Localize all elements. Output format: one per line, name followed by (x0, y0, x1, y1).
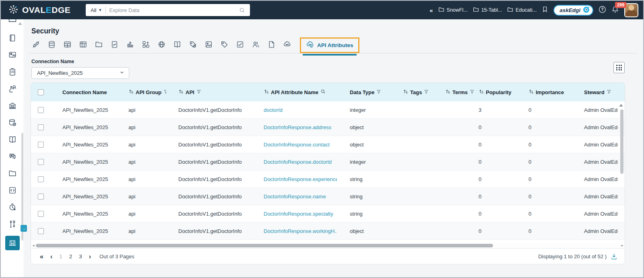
attribute-link[interactable]: DoctorInfoResponse.workingH... (252, 228, 337, 234)
sidebar-item-security[interactable] (5, 236, 20, 250)
row-checkbox[interactable] (38, 228, 44, 234)
tab-users[interactable] (251, 41, 260, 49)
row-checkbox[interactable] (38, 107, 44, 113)
sidebar-item-query-sheet[interactable] (7, 187, 18, 196)
column-header-popularity[interactable]: Popularity (474, 89, 524, 95)
search-icon[interactable] (239, 7, 250, 13)
tab-report-file[interactable] (110, 41, 119, 49)
scroll-right-icon[interactable]: ► (621, 244, 624, 247)
search-icon[interactable] (320, 89, 326, 95)
sidebar-item-clipboard[interactable] (7, 68, 18, 77)
connection-name-select[interactable]: API_Newfiles_2025 (31, 67, 129, 79)
filter-icon[interactable] (424, 89, 429, 95)
row-checkbox[interactable] (38, 159, 44, 165)
horizontal-scroll-thumb[interactable] (36, 244, 493, 247)
tab-database[interactable] (47, 41, 56, 49)
collapse-breadcrumbs-icon[interactable]: « (429, 7, 433, 14)
column-header-steward[interactable]: Steward (579, 89, 618, 95)
sidebar-expand-button[interactable]: → (21, 225, 27, 232)
attribute-link[interactable]: DoctorInfoResponse.doctorId (252, 159, 337, 165)
bookmark-icon[interactable] (542, 6, 548, 14)
column-header-connection[interactable]: Connection Name (50, 89, 117, 95)
filter-icon[interactable] (376, 89, 381, 95)
tab-story-tag[interactable] (188, 41, 197, 49)
column-header-terms[interactable]: Terms (432, 89, 474, 95)
sidebar-item-glossary[interactable] (7, 136, 18, 145)
column-header-api[interactable]: API (166, 89, 252, 95)
tab-connector[interactable] (31, 41, 40, 49)
column-header-tags[interactable]: Tags (390, 89, 432, 95)
tab-globe[interactable] (157, 41, 166, 49)
column-header-attribute[interactable]: API Attribute Name (252, 89, 337, 95)
vertical-scroll-thumb[interactable] (620, 109, 623, 174)
row-checkbox[interactable] (38, 211, 44, 217)
table-scroll-up-icon[interactable] (619, 104, 623, 107)
filter-icon[interactable] (607, 89, 611, 95)
filter-icon[interactable] (163, 89, 166, 95)
ask-edgi-button[interactable]: askEdgi (553, 5, 593, 16)
sidebar-scroll-up-icon[interactable] (18, 22, 22, 25)
search-scope-dropdown[interactable]: All▼ (86, 7, 105, 13)
scroll-left-icon[interactable]: ◄ (32, 244, 35, 247)
recent-item-snowflake[interactable]: SnowFl... (438, 6, 468, 14)
attribute-link[interactable]: DoctorInfoResponse.name (252, 194, 337, 200)
attribute-link[interactable]: DoctorInfoResponse.contact (252, 142, 337, 148)
sidebar-item-jobs[interactable] (7, 204, 18, 212)
sort-icon[interactable] (128, 89, 134, 95)
sort-icon[interactable] (479, 89, 484, 95)
page-button-1[interactable]: 1 (59, 253, 62, 259)
sidebar-item-data-quality[interactable] (7, 85, 18, 94)
filter-icon[interactable] (470, 89, 474, 95)
sidebar-item-database-check[interactable] (7, 119, 18, 128)
row-checkbox[interactable] (38, 176, 44, 182)
page-button-2[interactable]: 2 (69, 253, 72, 259)
search-input[interactable] (106, 7, 239, 13)
ovaledge-logo[interactable]: OVALEDGE (8, 4, 70, 16)
sidebar-scrollbar[interactable] (21, 133, 23, 241)
recent-item-15-tables[interactable]: 15-Tabl... (473, 6, 502, 14)
filter-icon[interactable] (196, 89, 201, 95)
tab-table[interactable] (63, 41, 72, 49)
row-checkbox[interactable] (38, 194, 44, 200)
user-avatar[interactable] (624, 3, 638, 17)
next-page-button[interactable]: › (89, 253, 91, 260)
tab-api-cloud[interactable] (283, 41, 291, 49)
tab-data-model[interactable] (141, 41, 150, 49)
sort-icon[interactable] (403, 89, 408, 95)
row-checkbox[interactable] (38, 124, 44, 130)
tab-file-folder[interactable] (94, 41, 103, 49)
sidebar-item-partial[interactable] (8, 19, 17, 23)
tab-glossary-book[interactable] (173, 41, 182, 49)
sidebar-item-notebook[interactable] (7, 35, 18, 43)
sidebar-item-governance[interactable] (7, 102, 18, 111)
sidebar-item-report[interactable] (7, 51, 18, 60)
column-header-data_type[interactable]: Data Type (337, 89, 390, 95)
tab-chart[interactable] (126, 41, 134, 49)
help-icon[interactable]: ? (599, 6, 606, 15)
sort-icon[interactable] (528, 89, 534, 95)
sidebar-item-collaboration[interactable] (7, 153, 18, 162)
row-checkbox[interactable] (38, 142, 44, 148)
sort-icon[interactable] (178, 89, 184, 95)
tab-api-attributes[interactable]: API Attributes (300, 37, 359, 53)
sidebar-item-tools[interactable] (7, 220, 18, 229)
sort-icon[interactable] (264, 89, 269, 95)
page-button-3[interactable]: 3 (79, 253, 82, 259)
horizontal-scrollbar[interactable]: ◄ ► (31, 243, 625, 248)
tab-document[interactable] (267, 41, 276, 49)
column-header-api_group[interactable]: API Group (117, 89, 166, 95)
select-all-checkbox[interactable] (38, 89, 44, 95)
download-icon[interactable] (611, 253, 617, 260)
prev-page-button[interactable]: ‹ (50, 253, 52, 260)
tab-image[interactable] (204, 41, 213, 49)
first-page-button[interactable]: « (40, 253, 43, 260)
notifications[interactable]: 299 (611, 6, 619, 15)
attribute-link[interactable]: DoctorInfoResponse.specialty (252, 211, 337, 217)
column-header-importance[interactable]: Importance (524, 89, 579, 95)
tab-tag[interactable] (220, 41, 229, 49)
column-chooser-button[interactable] (613, 62, 625, 73)
sort-icon[interactable] (445, 89, 450, 95)
attribute-link[interactable]: DoctorInfoResponse.experience (252, 176, 337, 182)
sidebar-item-projects[interactable] (7, 170, 18, 179)
tab-table-column[interactable] (78, 41, 87, 49)
